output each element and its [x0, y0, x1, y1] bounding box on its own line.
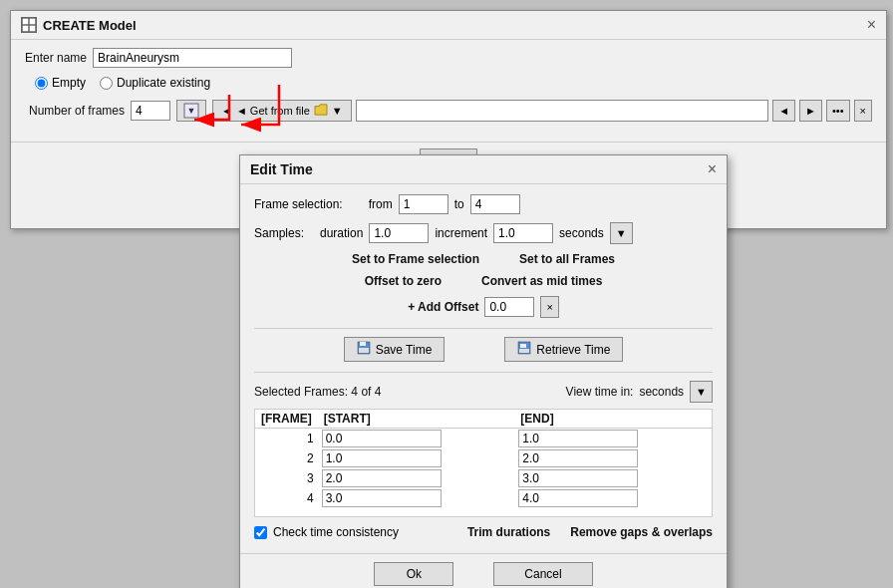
view-time-in-label: View time in:: [566, 385, 634, 399]
dialog-title: Edit Time: [250, 161, 313, 177]
file-path-input[interactable]: [356, 100, 769, 122]
frames-input[interactable]: [131, 101, 170, 121]
selected-frames-label: Selected Frames: 4 of 4: [254, 385, 381, 399]
to-input[interactable]: [470, 194, 520, 214]
end-cell[interactable]: [514, 448, 712, 468]
clear-file-button[interactable]: ×: [854, 100, 872, 122]
main-title-bar: CREATE Model ×: [11, 11, 886, 40]
from-input[interactable]: [399, 194, 448, 214]
seconds-dropdown-button[interactable]: ▼: [610, 222, 633, 244]
set-to-frame-button[interactable]: Set to Frame selection: [352, 252, 479, 266]
info-row: Selected Frames: 4 of 4 View time in: se…: [254, 381, 713, 403]
table-row: 3: [255, 468, 712, 488]
check-consistency-label: Check time consistency: [273, 525, 399, 539]
dialog-ok-button[interactable]: Ok: [374, 562, 453, 586]
frame-selection-label: Frame selection:: [254, 197, 343, 211]
table-row: 1: [255, 429, 712, 449]
start-input[interactable]: [322, 489, 442, 507]
start-input[interactable]: [322, 430, 442, 447]
duplicate-radio[interactable]: [100, 77, 113, 90]
radio-row: Empty Duplicate existing: [35, 76, 872, 90]
name-input[interactable]: [93, 48, 292, 68]
to-label: to: [454, 197, 464, 211]
separator-1: [254, 328, 713, 329]
table-row: 4: [255, 488, 712, 508]
file-dropdown-icon: ▼: [332, 105, 343, 117]
from-label: from: [369, 197, 393, 211]
add-offset-input[interactable]: [484, 297, 534, 317]
convert-mid-times-button[interactable]: Convert as mid times: [481, 274, 602, 288]
set-to-all-button[interactable]: Set to all Frames: [519, 252, 615, 266]
svg-rect-13: [519, 349, 529, 353]
start-input[interactable]: [322, 469, 442, 487]
empty-option: Empty: [35, 76, 86, 90]
add-offset-button[interactable]: + Add Offset: [408, 300, 478, 314]
get-from-file-button[interactable]: ◄ ◄ Get from file ▼: [212, 100, 352, 122]
retrieve-time-button[interactable]: Retrieve Time: [504, 337, 623, 362]
svg-rect-1: [30, 19, 35, 24]
edit-time-dialog: Edit Time × Frame selection: from to Sam…: [239, 154, 728, 588]
increment-label: increment: [435, 226, 487, 240]
dialog-close-button[interactable]: ×: [708, 161, 717, 177]
start-cell[interactable]: [318, 448, 515, 468]
save-time-label: Save Time: [376, 343, 433, 357]
dialog-footer: Ok Cancel: [240, 553, 727, 588]
start-input[interactable]: [322, 449, 442, 467]
save-time-button[interactable]: Save Time: [344, 337, 446, 362]
frame-number-cell: 2: [255, 448, 318, 468]
frames-icon-button[interactable]: ▼: [176, 100, 206, 122]
offset-to-zero-button[interactable]: Offset to zero: [365, 274, 442, 288]
start-cell[interactable]: [318, 468, 515, 488]
increment-input[interactable]: [493, 223, 553, 243]
get-from-file-label: ◄ Get from file: [236, 105, 310, 117]
empty-radio[interactable]: [35, 77, 48, 90]
more-button[interactable]: •••: [826, 100, 850, 122]
app-icon: [21, 17, 37, 33]
start-col-header: [START]: [318, 410, 515, 429]
end-col-header: [END]: [514, 410, 712, 429]
svg-rect-2: [23, 26, 28, 31]
frames-row: Number of frames ▼ ◄ ◄ Get from file: [29, 100, 872, 122]
table-header-row: [FRAME] [START] [END]: [255, 410, 712, 429]
frame-number-cell: 4: [255, 488, 318, 508]
main-close-button[interactable]: ×: [867, 17, 876, 33]
end-input[interactable]: [518, 489, 638, 507]
duplicate-option: Duplicate existing: [100, 76, 210, 90]
consistency-row: Check time consistency: [254, 525, 399, 539]
frame-number-cell: 3: [255, 468, 318, 488]
end-input[interactable]: [518, 430, 638, 447]
view-time-dropdown-button[interactable]: ▼: [690, 381, 713, 403]
nav-next-button[interactable]: ►: [799, 100, 822, 122]
view-time-value: seconds: [639, 385, 684, 399]
check-consistency-checkbox[interactable]: [254, 526, 267, 539]
end-cell[interactable]: [514, 488, 712, 508]
set-buttons-row: Set to Frame selection Set to all Frames: [254, 252, 713, 266]
start-cell[interactable]: [318, 488, 515, 508]
svg-rect-9: [360, 342, 366, 346]
trim-durations-button[interactable]: Trim durations: [467, 525, 550, 539]
end-cell[interactable]: [514, 468, 712, 488]
end-cell[interactable]: [514, 429, 712, 449]
duration-input[interactable]: [369, 223, 429, 243]
offset-convert-row: Offset to zero Convert as mid times: [254, 274, 713, 288]
duration-label: duration: [320, 226, 363, 240]
end-input[interactable]: [518, 449, 638, 467]
add-offset-clear-button[interactable]: ×: [540, 296, 558, 318]
svg-rect-3: [30, 26, 35, 31]
number-of-frames-label: Number of frames: [29, 104, 125, 118]
trim-remove-row: Trim durations Remove gaps & overlaps: [467, 525, 713, 539]
table-row: 2: [255, 448, 712, 468]
samples-label: Samples:: [254, 226, 314, 240]
dialog-cancel-button[interactable]: Cancel: [493, 562, 592, 586]
end-input[interactable]: [518, 469, 638, 487]
start-cell[interactable]: [318, 429, 515, 449]
remove-gaps-button[interactable]: Remove gaps & overlaps: [570, 525, 713, 539]
triangle-icon: ◄: [221, 105, 232, 117]
folder-icon: [314, 104, 328, 118]
nav-prev-button[interactable]: ◄: [772, 100, 795, 122]
frames-table-wrapper: [FRAME] [START] [END] 1 2 3 4: [254, 409, 713, 517]
main-title: CREATE Model: [43, 18, 137, 33]
get-from-file-section: ◄ ◄ Get from file ▼ ◄ ► ••• ×: [212, 100, 872, 122]
retrieve-icon: [517, 341, 531, 358]
save-icon: [357, 341, 371, 358]
